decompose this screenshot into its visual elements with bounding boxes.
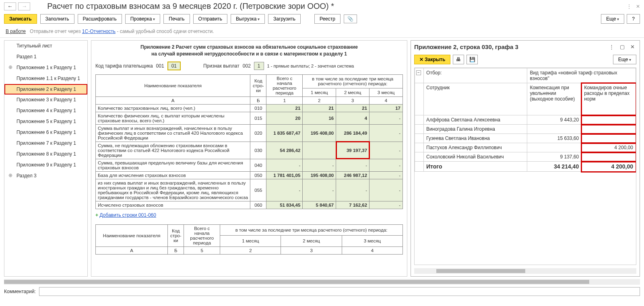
row-value[interactable]: 20 (266, 112, 303, 124)
send-button[interactable]: Отправить (193, 14, 228, 24)
emp-name: Гузеева Светлана Ивановна (424, 134, 527, 143)
nav-item[interactable]: Приложение 8 к Разделу 1 (4, 149, 87, 160)
nav-item[interactable]: Приложение 9 к Разделу 1 (4, 160, 87, 170)
panel-body[interactable]: − Отбор: Вид тарифа «новной тариф страхо… (414, 68, 636, 265)
row-value[interactable]: 54 286,42 (266, 142, 303, 159)
window-menu-icon[interactable]: ⋮ (627, 4, 632, 9)
emp-c1: 9 443,20 (527, 115, 582, 125)
row-value[interactable]: 4 (336, 112, 369, 124)
panel-close-icon[interactable]: ✕ (629, 43, 636, 51)
report-form: Приложение 2 Расчет сумм страховых взнос… (91, 40, 407, 277)
row-value[interactable]: 21 (336, 104, 369, 112)
more-button[interactable]: Еще (601, 14, 624, 24)
tree-collapse-icon[interactable]: − (416, 70, 421, 75)
row-value[interactable]: 195 408,00 (303, 124, 336, 142)
report-table-2: Наименование показателя Код стро-ки Всег… (95, 224, 403, 255)
check-button[interactable]: Проверка (125, 14, 161, 24)
param-sign-value[interactable]: 1 (254, 62, 264, 70)
row-value[interactable]: - (266, 159, 303, 171)
form-heading: Приложение 2 Расчет сумм страховых взнос… (95, 44, 403, 58)
attach-button[interactable]: 📎 (344, 14, 357, 23)
panel-hscroll[interactable] (414, 268, 636, 274)
row-value[interactable]: 195 408,00 (303, 171, 336, 179)
row-value[interactable]: - (336, 159, 369, 171)
add-rows-link[interactable]: Добавить строки 001-060 (99, 212, 156, 218)
nav-item[interactable]: Приложение 3 к Разделу 1 (4, 94, 87, 105)
panel-more-button[interactable]: Еще (613, 55, 636, 64)
panel-print-button[interactable]: 🖶 (453, 55, 464, 64)
status-hint-post: - самый удобный способ сдачи отчетности. (116, 29, 214, 34)
fill-button[interactable]: Заполнить (40, 14, 74, 24)
panel-close-button[interactable]: Закрыть (414, 55, 450, 64)
print-button[interactable]: Печать (163, 14, 190, 24)
panel-total-c1: 34 214,40 (527, 162, 582, 172)
row-value[interactable]: 39 197,37 (336, 142, 369, 159)
list-item[interactable]: Пастухов Александр Филлипович4 200,00 (415, 143, 636, 152)
row-value[interactable]: 1 835 687,47 (266, 124, 303, 142)
emp-c1 (527, 143, 582, 152)
emp-c2 (582, 125, 636, 134)
param-sign-note: 1 - прямые выплаты; 2 - зачетная система (267, 64, 354, 68)
status-state-link[interactable]: В работе (6, 29, 26, 34)
nav-item[interactable]: Раздел 3 (4, 170, 87, 181)
nav-item[interactable]: Приложение 7 к Разделу 1 (4, 138, 87, 149)
row-value[interactable]: 286 184,49 (336, 124, 369, 142)
row-value[interactable]: - (336, 179, 369, 201)
panel-save-button[interactable]: 💾 (466, 55, 478, 64)
row-value[interactable]: 21 (303, 104, 336, 112)
load-button[interactable]: Загрузить (268, 14, 301, 24)
list-item[interactable]: Виноградова Галина Игоревна (415, 125, 636, 134)
emp-name: Виноградова Галина Игоревна (424, 125, 527, 134)
panel-menu-icon[interactable]: ⋮ (607, 43, 616, 51)
nav-item[interactable]: Приложение 6 к Разделу 1 (4, 127, 87, 138)
row-value[interactable]: - (369, 112, 403, 124)
row-value[interactable]: - (369, 201, 403, 209)
nav-forward-button[interactable]: → (18, 2, 30, 10)
save-button[interactable]: Записать (4, 14, 37, 24)
list-item[interactable]: Гузеева Светлана Ивановна15 633,60 (415, 134, 636, 143)
row-value[interactable]: 51 834,45 (266, 201, 303, 209)
page-title: Расчет по страховым взносам за 9 месяцев… (47, 2, 334, 11)
nav-item[interactable]: Приложение 2 к Разделу 1 (4, 84, 87, 94)
form-hscroll[interactable] (4, 279, 640, 285)
param-tariff-value[interactable]: 01 (167, 62, 181, 70)
nav-item[interactable]: Приложение 5 к Разделу 1 (4, 116, 87, 127)
row-value[interactable]: - (266, 179, 303, 201)
th-name: Наименование показателя (96, 74, 250, 97)
th-m3: 3 месяц (369, 88, 403, 97)
nav-item[interactable]: Приложение 4 к Разделу 1 (4, 105, 87, 116)
row-value[interactable]: - (369, 159, 403, 171)
list-item[interactable]: Алфёрова Светлана Алексеевна9 443,20 (415, 115, 636, 125)
row-value[interactable]: 16 (303, 112, 336, 124)
nav-item[interactable]: Приложение 1.1 к Разделу 1 (4, 73, 87, 84)
export-button[interactable]: Выгрузка (231, 14, 265, 24)
window-close-icon[interactable]: ✕ (636, 4, 640, 9)
comment-input[interactable] (39, 287, 640, 296)
row-value[interactable]: - (369, 124, 403, 142)
list-item[interactable]: Соколовский Николай Васильевич9 137,60 (415, 152, 636, 162)
emp-c2 (582, 115, 636, 125)
row-value[interactable]: - (303, 159, 336, 171)
row-value[interactable]: 7 162,62 (336, 201, 369, 209)
nav-item[interactable]: Титульный лист (4, 41, 87, 51)
row-value[interactable] (303, 142, 336, 159)
row-value[interactable]: 246 987,12 (336, 171, 369, 179)
panel-maximize-icon[interactable]: ▢ (618, 43, 626, 51)
row-value[interactable]: 5 840,67 (303, 201, 336, 209)
th-code: Код стро-ки (250, 74, 266, 97)
row-value[interactable]: - (369, 171, 403, 179)
row-value[interactable]: 17 (369, 104, 403, 112)
decode-button[interactable]: Расшифровать (78, 14, 122, 24)
nav-item[interactable]: Раздел 1 (4, 51, 87, 62)
row-value[interactable]: - (369, 142, 403, 159)
row-value[interactable]: - (369, 179, 403, 201)
nav-back-button[interactable]: ← (4, 2, 16, 10)
row-value[interactable]: 21 (266, 104, 303, 112)
row-value[interactable]: 1 781 401,05 (266, 171, 303, 179)
registry-button[interactable]: Реестр (314, 14, 341, 24)
nav-item[interactable]: Приложение 1 к Разделу 1 (4, 62, 87, 73)
section-nav[interactable]: Титульный листРаздел 1Приложение 1 к Раз… (4, 40, 88, 277)
status-service-link[interactable]: 1С-Отчетность (82, 29, 116, 34)
help-button[interactable]: ? (627, 14, 640, 24)
row-value[interactable]: - (303, 179, 336, 201)
